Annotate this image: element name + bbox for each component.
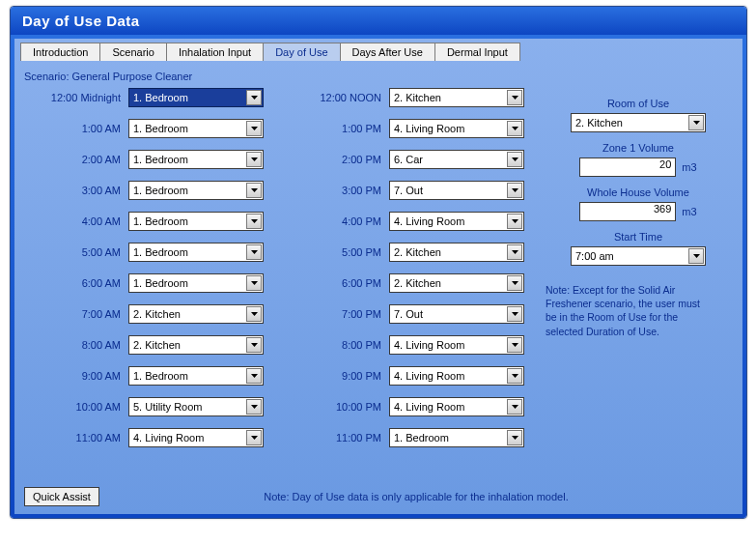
zone1-volume-input[interactable]: 20 [579, 157, 676, 177]
pm-time-label: 6:00 PM [285, 277, 389, 289]
chevron-down-icon [507, 368, 522, 384]
tab-introduction[interactable]: Introduction [20, 43, 100, 61]
svg-marker-5 [251, 250, 258, 254]
am-room-select[interactable]: 4. Living Room [128, 428, 264, 447]
am-room-select[interactable]: 1. Bedroom [128, 150, 264, 169]
am-row: 3:00 AM1. Bedroom [24, 179, 264, 202]
svg-marker-2 [251, 157, 258, 161]
am-time-label: 2:00 AM [24, 154, 128, 165]
svg-marker-13 [512, 127, 518, 130]
am-room-select[interactable]: 1. Bedroom [128, 88, 264, 107]
chevron-down-icon [507, 399, 522, 415]
am-time-label: 1:00 AM [24, 123, 128, 134]
tab-days-after-use[interactable]: Days After Use [340, 43, 435, 61]
pm-room-value: 4. Living Room [394, 401, 506, 413]
chevron-down-icon [246, 183, 262, 198]
pm-time-label: 2:00 PM [285, 154, 389, 165]
am-room-value: 4. Living Room [133, 432, 245, 444]
am-row: 8:00 AM2. Kitchen [24, 333, 264, 357]
svg-marker-23 [512, 436, 518, 440]
tab-scenario[interactable]: Scenario [99, 43, 166, 61]
chevron-down-icon [246, 214, 262, 229]
tab-day-of-use[interactable]: Day of Use [263, 43, 340, 61]
scenario-label: Scenario: General Purpose Cleaner [24, 71, 733, 82]
pm-room-select[interactable]: 6. Car [389, 150, 524, 169]
tab-dermal-input[interactable]: Dermal Input [434, 43, 520, 61]
am-room-value: 1. Bedroom [133, 277, 245, 289]
am-room-select[interactable]: 2. Kitchen [128, 335, 264, 355]
window-frame: Day of Use Data IntroductionScenarioInha… [10, 6, 747, 519]
pm-row: 9:00 PM4. Living Room [285, 364, 524, 387]
am-room-value: 5. Utility Room [133, 401, 245, 413]
am-time-label: 3:00 AM [24, 185, 128, 196]
pm-room-value: 2. Kitchen [394, 246, 506, 258]
am-room-select[interactable]: 1. Bedroom [128, 273, 264, 293]
am-time-label: 8:00 AM [24, 339, 128, 351]
pm-row: 3:00 PM7. Out [285, 179, 524, 202]
chevron-down-icon [688, 115, 704, 130]
whole-house-volume-input[interactable]: 369 [579, 202, 676, 221]
am-room-value: 1. Bedroom [133, 246, 245, 258]
am-time-label: 11:00 AM [24, 432, 128, 444]
chevron-down-icon [246, 306, 262, 322]
pm-room-value: 4. Living Room [394, 339, 506, 351]
pm-time-label: 7:00 PM [285, 308, 389, 320]
am-time-label: 10:00 AM [24, 401, 128, 413]
am-room-select[interactable]: 1. Bedroom [128, 366, 264, 386]
chevron-down-icon [507, 275, 522, 291]
tab-bar: IntroductionScenarioInhalation InputDay … [20, 43, 737, 61]
pm-row: 11:00 PM1. Bedroom [285, 426, 524, 449]
am-room-select[interactable]: 1. Bedroom [128, 119, 264, 138]
svg-marker-6 [251, 281, 258, 285]
am-row: 7:00 AM2. Kitchen [24, 302, 264, 326]
svg-marker-3 [251, 188, 258, 192]
pm-room-select[interactable]: 4. Living Room [389, 335, 524, 355]
pm-room-select[interactable]: 7. Out [389, 181, 524, 200]
pm-room-select[interactable]: 4. Living Room [389, 212, 524, 231]
quick-assist-button[interactable]: Quick Assist [24, 487, 99, 506]
pm-room-select[interactable]: 1. Bedroom [389, 428, 524, 447]
am-room-select[interactable]: 5. Utility Room [128, 397, 264, 416]
room-of-use-select[interactable]: 2. Kitchen [571, 113, 706, 132]
chevron-down-icon [507, 90, 522, 105]
pm-row: 7:00 PM7. Out [285, 302, 524, 326]
chevron-down-icon [246, 90, 262, 105]
pm-room-select[interactable]: 7. Out [389, 304, 524, 324]
pm-row: 1:00 PM4. Living Room [285, 117, 524, 140]
pm-time-label: 1:00 PM [285, 123, 389, 134]
am-room-value: 1. Bedroom [133, 215, 245, 227]
am-room-select[interactable]: 1. Bedroom [128, 181, 264, 200]
am-row: 12:00 Midnight1. Bedroom [24, 86, 264, 109]
am-room-value: 1. Bedroom [133, 185, 245, 196]
pm-row: 12:00 NOON2. Kitchen [285, 86, 524, 109]
am-room-select[interactable]: 1. Bedroom [128, 212, 264, 231]
am-row: 9:00 AM1. Bedroom [24, 364, 264, 387]
svg-marker-25 [693, 254, 700, 258]
chevron-down-icon [688, 248, 704, 264]
chevron-down-icon [246, 368, 262, 384]
pm-row: 2:00 PM6. Car [285, 148, 524, 171]
chevron-down-icon [507, 152, 522, 167]
am-row: 10:00 AM5. Utility Room [24, 395, 264, 418]
pm-row: 5:00 PM2. Kitchen [285, 241, 524, 264]
pm-time-label: 12:00 NOON [285, 92, 389, 103]
pm-room-select[interactable]: 4. Living Room [389, 397, 524, 416]
pm-room-value: 4. Living Room [394, 370, 506, 382]
am-room-value: 1. Bedroom [133, 123, 245, 134]
pm-room-value: 4. Living Room [394, 123, 506, 134]
am-time-label: 7:00 AM [24, 308, 128, 320]
pm-room-select[interactable]: 4. Living Room [389, 366, 524, 386]
whole-house-unit: m3 [682, 206, 696, 217]
am-room-select[interactable]: 1. Bedroom [128, 243, 264, 262]
am-time-label: 12:00 Midnight [24, 92, 128, 103]
svg-marker-0 [251, 96, 258, 100]
pm-room-select[interactable]: 2. Kitchen [389, 273, 524, 293]
pm-room-select[interactable]: 2. Kitchen [389, 88, 524, 107]
pm-room-select[interactable]: 2. Kitchen [389, 243, 524, 262]
am-room-value: 2. Kitchen [133, 308, 245, 320]
pm-room-select[interactable]: 4. Living Room [389, 119, 524, 138]
tab-inhalation-input[interactable]: Inhalation Input [166, 43, 264, 61]
start-time-select[interactable]: 7:00 am [571, 246, 706, 266]
am-room-select[interactable]: 2. Kitchen [128, 304, 264, 324]
start-time-label: Start Time [544, 231, 733, 243]
